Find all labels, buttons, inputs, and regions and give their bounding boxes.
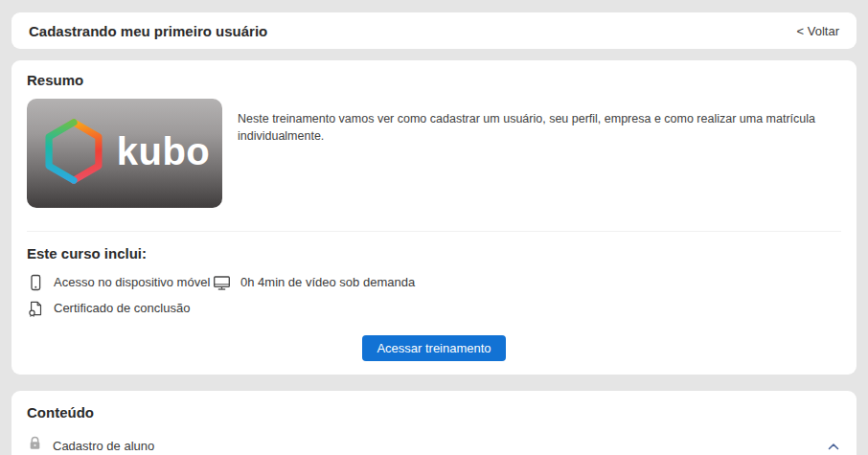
summary-card: Resumo <box>11 60 857 375</box>
kubo-hexagon-icon <box>39 117 108 190</box>
summary-media-row: kubo Neste treinamento vamos ver como ca… <box>27 99 841 208</box>
content-card: Conteúdo Cadastro de aluno <box>11 391 857 455</box>
include-item-label: 0h 4min de vídeo sob demanda <box>240 273 415 292</box>
include-item-mobile: Acesso no dispositivo móvel <box>27 273 213 292</box>
back-link[interactable]: < Voltar <box>797 24 839 38</box>
include-item-certificate: Certificado de conclusão <box>27 299 213 318</box>
monitor-icon <box>213 274 231 291</box>
includes-title: Este curso inclui: <box>27 245 841 262</box>
summary-title: Resumo <box>27 72 841 89</box>
course-description: Neste treinamento vamos ver como cadastr… <box>238 110 841 208</box>
certificate-icon <box>27 300 44 317</box>
page-title: Cadastrando meu primeiro usuário <box>29 23 267 39</box>
include-item-video: 0h 4min de vídeo sob demanda <box>213 273 415 292</box>
lock-icon <box>27 435 43 455</box>
content-section-row[interactable]: Cadastro de aluno <box>27 435 841 455</box>
mobile-icon <box>27 274 44 291</box>
content-section-label: Cadastro de aluno <box>53 437 154 455</box>
content-title: Conteúdo <box>27 404 841 421</box>
cta-row: Acessar treinamento <box>27 335 841 361</box>
include-item-label: Acesso no dispositivo móvel <box>54 273 210 292</box>
includes-list: Acesso no dispositivo móvel 0h 4min de v… <box>27 273 841 318</box>
course-thumbnail[interactable]: kubo <box>27 99 222 208</box>
include-item-label: Certificado de conclusão <box>54 299 190 318</box>
divider <box>27 231 841 232</box>
page-header: Cadastrando meu primeiro usuário < Volta… <box>11 12 857 49</box>
access-training-button[interactable]: Acessar treinamento <box>362 335 505 361</box>
page: Cadastrando meu primeiro usuário < Volta… <box>0 0 868 455</box>
kubo-logo-text: kubo <box>117 132 211 174</box>
chevron-up-icon[interactable] <box>826 440 841 453</box>
